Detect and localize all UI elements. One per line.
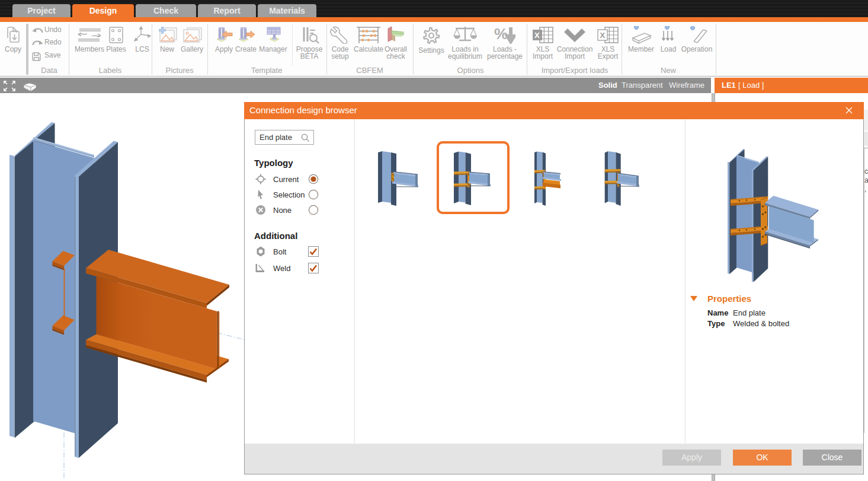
svg-text:X: X [600, 31, 606, 40]
svg-text:X: X [534, 31, 540, 40]
